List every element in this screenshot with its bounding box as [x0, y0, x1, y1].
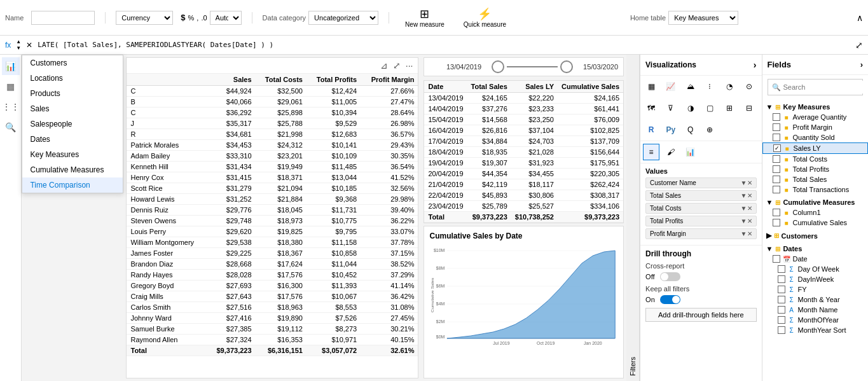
- viz-gauge[interactable]: ◑: [682, 100, 699, 116]
- chip-customer-x[interactable]: ✕: [747, 179, 752, 186]
- tree-total-costs[interactable]: ■ Total Costs: [762, 154, 869, 164]
- chip-total-costs-x[interactable]: ✕: [747, 205, 752, 212]
- name-input[interactable]: Sales LY: [31, 11, 95, 25]
- col-profit-margin[interactable]: Profit Margin: [361, 74, 418, 86]
- check-avg-qty[interactable]: [773, 113, 780, 121]
- chip-profit-margin-x[interactable]: ✕: [747, 230, 752, 237]
- data-view-btn[interactable]: ▦: [2, 78, 20, 95]
- quick-measure-btn[interactable]: ⚡ Quick measure: [458, 4, 512, 31]
- check-date[interactable]: [773, 255, 780, 263]
- tree-monthyear-sort[interactable]: Σ MonthYear Sort: [762, 325, 869, 335]
- tree-key-measures-header[interactable]: ▼ ⊞ Key Measures: [762, 102, 869, 112]
- viz-bar[interactable]: ▦: [643, 78, 659, 95]
- new-measure-btn[interactable]: ⊞ New measure: [399, 4, 450, 31]
- tree-total-transactions[interactable]: ■ Total Transactions: [762, 184, 869, 195]
- dropdown-salespeople[interactable]: Salespeople: [22, 116, 123, 132]
- model-view-btn[interactable]: ⋮⋮: [2, 98, 20, 116]
- tree-sales-ly[interactable]: ■ Sales LY: [762, 142, 869, 154]
- report-view-btn[interactable]: 📊: [2, 57, 20, 75]
- viz-map[interactable]: 🗺: [643, 100, 659, 116]
- viz-donut[interactable]: ⊙: [741, 78, 757, 95]
- tree-cumulative-header[interactable]: ▼ ⊞ Cumulative Measures: [762, 197, 869, 207]
- viz-card[interactable]: ▢: [701, 100, 718, 116]
- format-select[interactable]: Currency: [116, 11, 173, 25]
- data-cat-select[interactable]: Uncategorized: [308, 11, 378, 25]
- filters-tab[interactable]: Filters: [626, 55, 640, 381]
- dropdown-time-comparison[interactable]: Time Comparison: [22, 177, 123, 193]
- search-view-btn[interactable]: 🔍: [2, 118, 20, 136]
- viz-r[interactable]: R: [643, 121, 659, 138]
- formula-end-btn[interactable]: ⤢: [855, 40, 863, 50]
- expand-icon[interactable]: ⤢: [393, 60, 401, 71]
- dropdown-key-measures[interactable]: Key Measures: [22, 147, 123, 162]
- dropdown-sales[interactable]: Sales: [22, 101, 123, 116]
- chip-total-profits-x[interactable]: ✕: [747, 218, 752, 225]
- tree-qty-sold[interactable]: ■ Quantity Sold: [762, 132, 869, 142]
- viz-custom[interactable]: ⊕: [701, 121, 718, 138]
- fields-expand[interactable]: ›: [860, 60, 863, 69]
- slider-track[interactable]: [492, 60, 573, 73]
- dropdown-dates[interactable]: Dates: [22, 132, 123, 147]
- check-profit-margin[interactable]: [773, 123, 780, 131]
- chip-customer-icon[interactable]: ▼: [741, 179, 747, 186]
- left-table-scroll[interactable]: Sales Total Costs Total Profits Profit M…: [127, 74, 418, 378]
- check-mn[interactable]: [778, 306, 785, 314]
- tree-month-name[interactable]: A Month Name: [762, 305, 869, 315]
- check-cum-sales[interactable]: [773, 219, 780, 226]
- viz-pie[interactable]: ◔: [721, 78, 738, 95]
- viz-q[interactable]: Q: [682, 121, 699, 138]
- rth-sales-ly[interactable]: Sales LY: [511, 81, 558, 93]
- auto-select[interactable]: Auto: [210, 11, 242, 25]
- viz-field-btn[interactable]: ≡: [643, 144, 659, 160]
- viz-funnel[interactable]: ⊽: [663, 100, 679, 116]
- viz-table[interactable]: ⊞: [721, 100, 738, 116]
- check-qty-sold[interactable]: [773, 134, 780, 141]
- home-table-select[interactable]: Key Measures: [668, 11, 738, 25]
- col-sales[interactable]: Sales: [207, 74, 256, 86]
- tree-day-of-week[interactable]: Σ Day Of Week: [762, 264, 869, 274]
- viz-format-btn[interactable]: 🖌: [663, 144, 679, 160]
- check-sales-ly[interactable]: [773, 144, 781, 152]
- chip-total-costs-icon[interactable]: ▼: [741, 205, 747, 212]
- rth-total-sales[interactable]: Total Sales: [467, 81, 511, 93]
- tree-cum-sales[interactable]: ■ Cumulative Sales: [762, 218, 869, 228]
- chip-profit-margin-icon[interactable]: ▼: [741, 230, 747, 237]
- check-moy[interactable]: [778, 316, 785, 324]
- tree-profit-margin[interactable]: ■ Profit Margin: [762, 122, 869, 132]
- dropdown-cumulative[interactable]: Cumulative Measures: [22, 162, 123, 177]
- tree-dayinweek[interactable]: Σ DayInWeek: [762, 274, 869, 284]
- tree-avg-qty[interactable]: ■ Average Quantity: [762, 112, 869, 122]
- dropdown-locations[interactable]: Locations: [22, 71, 123, 86]
- tree-fy[interactable]: Σ FY: [762, 284, 869, 294]
- check-dow[interactable]: [778, 265, 785, 273]
- tree-dates-header[interactable]: ▼ ⊞ Dates: [762, 244, 869, 254]
- chip-total-sales-x[interactable]: ✕: [747, 192, 752, 199]
- col-name[interactable]: [127, 74, 207, 86]
- check-total-profits[interactable]: [773, 165, 780, 173]
- col-total-profits[interactable]: Total Profits: [307, 74, 361, 86]
- formula-expand-btn[interactable]: ▲▼: [16, 39, 21, 51]
- add-drill-btn[interactable]: Add drill-through fields here: [645, 308, 756, 322]
- more-icon[interactable]: ···: [406, 60, 413, 71]
- check-fy[interactable]: [778, 286, 785, 293]
- check-total-trans[interactable]: [773, 186, 780, 193]
- tree-total-sales[interactable]: ■ Total Sales: [762, 174, 869, 184]
- tree-month-year[interactable]: Σ Month & Year: [762, 294, 869, 305]
- check-my[interactable]: [778, 296, 785, 303]
- viz-area[interactable]: ⛰: [682, 78, 699, 95]
- slider-right[interactable]: [560, 60, 573, 73]
- rth-date[interactable]: Date: [424, 81, 467, 93]
- viz-matrix[interactable]: ⊟: [741, 100, 757, 116]
- check-total-sales[interactable]: [773, 176, 780, 183]
- viz-python[interactable]: Py: [663, 121, 679, 138]
- chip-total-sales-icon[interactable]: ▼: [741, 192, 747, 199]
- rth-cumulative[interactable]: Cumulative Sales: [558, 81, 623, 93]
- tree-customers-header[interactable]: ▶ ⊞ Customers: [762, 230, 869, 241]
- keep-filters-toggle[interactable]: [660, 295, 680, 304]
- dropdown-customers[interactable]: Customers: [22, 55, 123, 71]
- viz-line[interactable]: 📈: [663, 78, 679, 95]
- tree-date[interactable]: 📅 Date: [762, 254, 869, 264]
- check-mys[interactable]: [778, 326, 785, 334]
- formula-close[interactable]: ✕: [26, 41, 32, 50]
- viz-scatter[interactable]: ⁝: [701, 78, 718, 95]
